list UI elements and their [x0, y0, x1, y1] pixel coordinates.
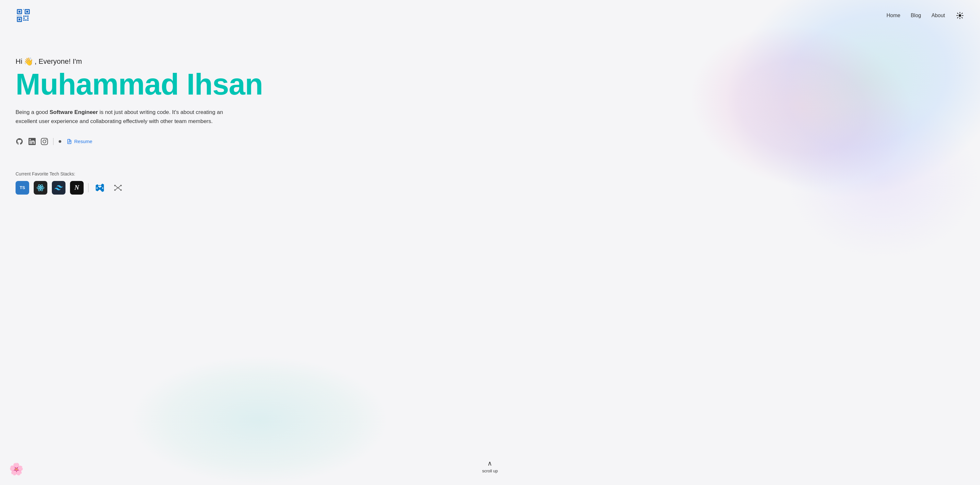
typescript-icon: TS [16, 181, 29, 195]
svg-rect-9 [19, 19, 21, 21]
svg-rect-17 [27, 19, 29, 21]
svg-rect-15 [23, 19, 25, 21]
svg-point-42 [114, 189, 116, 191]
tailwind-icon [52, 181, 65, 195]
react-svg [36, 184, 45, 192]
vscode-svg [95, 183, 105, 193]
instagram-link[interactable] [41, 138, 48, 145]
nav-home[interactable]: Home [886, 13, 900, 19]
linkedin-icon [29, 138, 36, 145]
tech-stacks-section: Current Favorite Tech Stacks: TS [16, 171, 276, 195]
wave-emoji: 👋 [24, 57, 33, 66]
tech-icons-row: TS N [16, 181, 276, 195]
svg-point-24 [959, 14, 961, 17]
svg-rect-16 [25, 19, 27, 21]
nextjs-icon: N [70, 181, 84, 195]
nav-blog[interactable]: Blog [911, 13, 921, 19]
svg-rect-14 [27, 17, 29, 19]
scroll-up-area[interactable]: ∧ scroll up [482, 460, 498, 473]
tech-label: Current Favorite Tech Stacks: [16, 171, 276, 176]
tech-divider [88, 183, 89, 192]
scroll-label: scroll up [482, 469, 498, 473]
nav-about[interactable]: About [931, 13, 945, 19]
github-link[interactable] [16, 138, 23, 145]
resume-link[interactable]: Resume [67, 139, 92, 144]
svg-point-40 [114, 185, 116, 186]
theme-toggle-button[interactable] [955, 11, 964, 20]
figma-icon [111, 181, 125, 195]
greeting-text: Hi👋, Everyone! I'm [16, 57, 276, 66]
svg-rect-20 [18, 16, 19, 16]
logo[interactable] [16, 8, 31, 23]
svg-rect-21 [19, 16, 20, 16]
svg-point-35 [40, 187, 41, 189]
svg-rect-13 [23, 17, 25, 19]
svg-rect-11 [25, 16, 27, 17]
svg-line-45 [119, 186, 120, 187]
svg-point-39 [117, 187, 119, 189]
hero-description: Being a good Software Engineer is not ju… [16, 108, 236, 126]
svg-rect-12 [27, 16, 29, 17]
svg-line-29 [957, 13, 958, 14]
svg-rect-22 [21, 16, 21, 16]
svg-line-31 [962, 13, 963, 14]
main-nav: Home Blog About [886, 11, 964, 20]
svg-rect-6 [26, 11, 28, 13]
figma-svg [113, 183, 123, 192]
svg-point-43 [120, 189, 122, 191]
social-divider [53, 138, 54, 145]
status-indicator [59, 140, 61, 143]
react-icon [34, 181, 47, 195]
svg-line-32 [957, 17, 958, 18]
logo-icon [16, 8, 31, 23]
resume-icon [67, 139, 72, 144]
scroll-chevron-icon: ∧ [487, 460, 492, 467]
svg-line-46 [116, 188, 117, 190]
svg-rect-3 [19, 11, 21, 13]
sun-icon [956, 12, 964, 19]
linkedin-link[interactable] [29, 138, 36, 145]
svg-line-47 [119, 188, 120, 190]
svg-rect-18 [23, 9, 24, 10]
svg-rect-23 [17, 17, 18, 17]
hero-name: Muhammad Ihsan [16, 69, 276, 100]
flower-decoration: 🌸 [9, 462, 24, 476]
svg-line-30 [962, 17, 963, 18]
svg-rect-19 [17, 16, 18, 16]
github-icon [16, 138, 23, 145]
svg-point-41 [120, 185, 122, 186]
social-links: Resume [16, 138, 276, 145]
main-content: Hi👋, Everyone! I'm Muhammad Ihsan Being … [0, 31, 292, 208]
instagram-icon [41, 138, 48, 145]
header: Home Blog About [0, 0, 980, 31]
svg-rect-10 [23, 16, 25, 17]
vscode-icon [93, 181, 107, 195]
tailwind-svg [54, 184, 63, 192]
svg-line-44 [116, 186, 117, 187]
